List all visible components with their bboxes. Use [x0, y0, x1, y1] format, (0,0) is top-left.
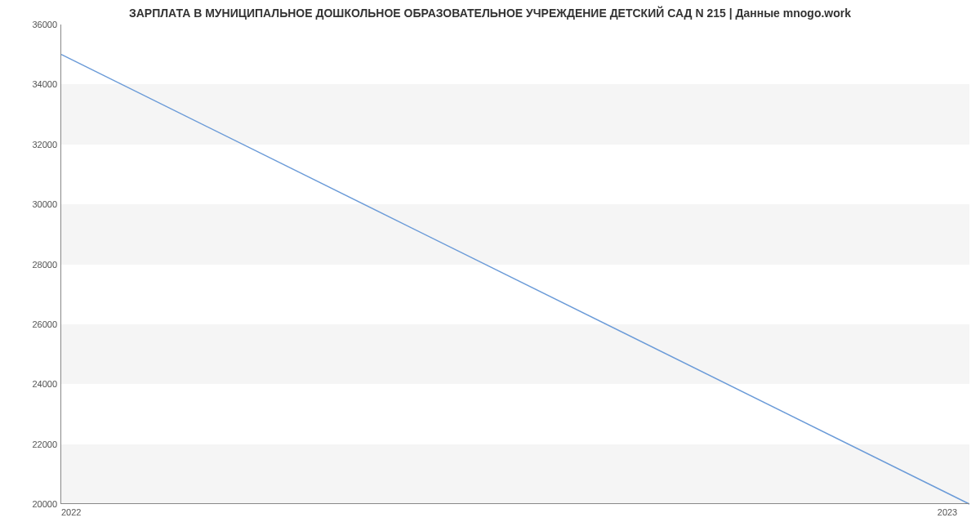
y-tick-label: 22000 — [8, 440, 57, 449]
chart-line — [61, 25, 969, 504]
y-tick-label: 30000 — [8, 199, 57, 209]
y-tick-label: 20000 — [8, 499, 57, 509]
y-tick-label: 24000 — [8, 379, 57, 389]
chart-container: ЗАРПЛАТА В МУНИЦИПАЛЬНОЕ ДОШКОЛЬНОЕ ОБРА… — [0, 0, 980, 531]
x-axis-line — [60, 503, 969, 504]
x-tick-label: 2022 — [61, 507, 81, 517]
y-axis-line — [60, 25, 61, 504]
plot-area — [61, 25, 969, 504]
y-tick-label: 32000 — [8, 140, 57, 149]
y-tick-label: 28000 — [8, 260, 57, 270]
x-tick-label: 2023 — [938, 507, 957, 517]
y-tick-label: 36000 — [8, 20, 57, 29]
y-tick-label: 26000 — [8, 319, 57, 329]
chart-title: ЗАРПЛАТА В МУНИЦИПАЛЬНОЕ ДОШКОЛЬНОЕ ОБРА… — [0, 7, 980, 20]
y-tick-label: 34000 — [8, 79, 57, 89]
